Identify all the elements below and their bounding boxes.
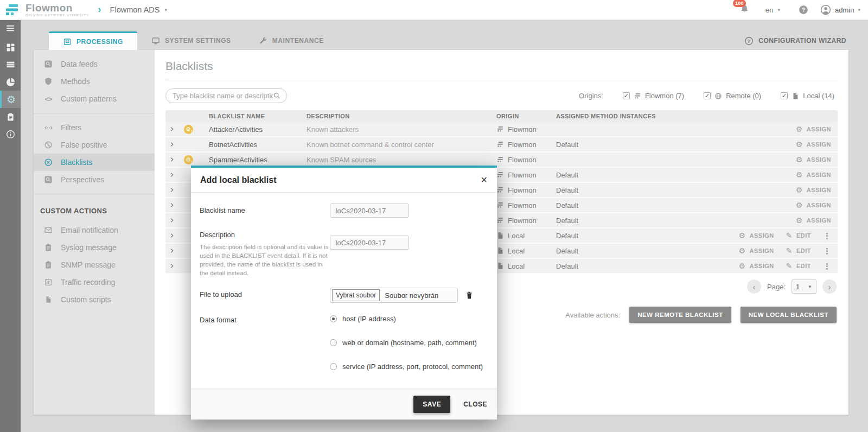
sidebar-info-button[interactable] [0, 125, 21, 143]
expand-chevron-icon[interactable] [165, 125, 178, 133]
sidebar-hamburger-button[interactable] [0, 20, 21, 36]
sidebar-item-label: Custom scripts [61, 295, 111, 304]
blacklist-name-cell: AttackerActivities [198, 125, 307, 134]
user-menu[interactable]: admin ▾ [820, 4, 860, 15]
expand-chevron-icon[interactable] [165, 141, 178, 148]
edit-button[interactable]: ✎EDIT [786, 232, 811, 239]
notifications-button[interactable]: 100 [740, 4, 749, 15]
assign-label: ASSIGN [807, 202, 831, 208]
sidebar-item-traffic-recording[interactable]: Traffic recording [34, 274, 155, 291]
blacklist-name-input[interactable] [330, 204, 409, 218]
modal-body: Blacklist name Description The descripti… [191, 193, 497, 383]
data-format-option-2[interactable]: service (IP address, port, protocol, com… [330, 363, 488, 371]
row-actions: ⚙ASSIGN [796, 171, 838, 179]
search-icon[interactable] [273, 92, 281, 100]
app-switcher[interactable]: Flowmon ADS ▾ [110, 5, 167, 14]
language-selector[interactable]: en ▾ [765, 6, 780, 14]
assign-button[interactable]: ⚙ASSIGN [796, 217, 831, 224]
expand-chevron-icon[interactable] [165, 186, 178, 194]
trash-icon[interactable] [465, 291, 474, 300]
checkbox-icon[interactable]: ✓ [704, 92, 711, 99]
expand-chevron-icon[interactable] [165, 217, 178, 224]
warning-gear-icon: ⚙! [184, 125, 193, 134]
tab-system-settings[interactable]: SYSTEM SETTINGS [137, 31, 245, 50]
row-menu-button[interactable]: ⋮ [823, 262, 831, 271]
choose-file-button[interactable]: Vybrat soubor [332, 289, 380, 301]
page-select[interactable]: 1 ▼ [792, 279, 816, 294]
sidebar-dashboard-button[interactable] [0, 39, 21, 56]
sidebar-item-data-feeds[interactable]: Data feeds [34, 55, 155, 73]
assign-button[interactable]: ⚙ASSIGN [738, 232, 774, 239]
tab-processing[interactable]: PROCESSING [49, 31, 137, 50]
help-icon[interactable]: ? [799, 5, 808, 15]
search-input[interactable] [173, 92, 273, 100]
tab-label: PROCESSING [76, 38, 123, 46]
expand-chevron-icon[interactable] [165, 201, 178, 209]
row-menu-button[interactable]: ⋮ [823, 231, 831, 240]
assign-button[interactable]: ⚙ASSIGN [796, 156, 831, 163]
sidebar-item-false-positive[interactable]: False positive [34, 136, 155, 154]
assign-button[interactable]: ⚙ASSIGN [738, 247, 774, 255]
sidebar-gear-button[interactable]: ⚙ [0, 91, 21, 108]
radio-icon[interactable] [330, 339, 337, 346]
edit-button[interactable]: ✎EDIT [786, 262, 811, 270]
origin-filter-flowmon[interactable]: ✓Flowmon (7) [623, 92, 684, 100]
new-remote-blacklist-button[interactable]: NEW REMOTE BLACKLIST [629, 307, 731, 323]
expand-chevron-icon[interactable] [165, 156, 178, 163]
edit-label: EDIT [796, 247, 811, 254]
brand[interactable]: Flowmon Driving Network Visibility [5, 3, 89, 17]
sidebar-item-snmp-message[interactable]: SNMP message [34, 256, 155, 274]
sidebar-item-blacklists[interactable]: Blacklists [34, 154, 155, 171]
origin-text: Flowmon [508, 125, 537, 134]
data-format-option-1[interactable]: web or domain (hostname, path, comment) [330, 339, 488, 347]
configuration-wizard-button[interactable]: ? CONFIGURATION WIZARD [744, 31, 848, 50]
origin-cell: Flowmon [496, 156, 556, 164]
assign-button[interactable]: ⚙ASSIGN [796, 171, 831, 179]
checkbox-icon[interactable]: ✓ [781, 92, 788, 99]
expand-chevron-icon[interactable] [165, 171, 178, 179]
file-input[interactable]: Vybrat soubor Soubor nevybrán [330, 288, 458, 303]
pencil-icon: ✎ [786, 247, 793, 255]
tab-maintenance[interactable]: MAINTENANCE [245, 31, 338, 50]
sidebar-item-custom-scripts[interactable]: Custom scripts [34, 291, 155, 308]
close-icon[interactable]: ✕ [481, 175, 488, 185]
sidebar-item-label: Blacklists [61, 158, 92, 167]
assign-button[interactable]: ⚙ASSIGN [796, 201, 831, 209]
sidebar-item-custom-patterns[interactable]: <>Custom patterns [34, 90, 155, 107]
configuration-wizard-label: CONFIGURATION WIZARD [758, 37, 846, 45]
checkbox-icon[interactable]: ✓ [623, 92, 630, 99]
description-input[interactable] [330, 236, 409, 250]
data-format-option-0[interactable]: host (IP address) [330, 315, 488, 323]
radio-icon[interactable] [330, 315, 337, 322]
divider [34, 194, 155, 194]
assign-button[interactable]: ⚙ASSIGN [796, 186, 831, 194]
close-button[interactable]: CLOSE [463, 401, 487, 408]
save-button[interactable]: SAVE [413, 396, 450, 413]
sidebar-item-filters[interactable]: Filters [34, 119, 155, 136]
sidebar-item-methods[interactable]: Methods [34, 73, 155, 90]
sidebar-item-syslog-message[interactable]: Syslog message [34, 239, 155, 256]
assign-button[interactable]: ⚙ASSIGN [796, 125, 831, 133]
flowmon-mark-icon [496, 156, 504, 163]
sidebar-item-email-notification[interactable]: Email notification [34, 221, 155, 239]
origin-cell: Local [496, 247, 556, 255]
edit-button[interactable]: ✎EDIT [786, 247, 811, 255]
origin-filter-local[interactable]: ✓Local (14) [781, 92, 834, 100]
expand-chevron-icon[interactable] [165, 232, 178, 239]
radio-icon[interactable] [330, 363, 337, 370]
next-page-button[interactable]: › [822, 279, 837, 294]
new-local-blacklist-button[interactable]: NEW LOCAL BLACKLIST [741, 307, 837, 323]
assign-button[interactable]: ⚙ASSIGN [738, 262, 774, 270]
prev-page-button[interactable]: ‹ [747, 279, 761, 294]
origin-filter-remote[interactable]: ✓Remote (0) [704, 92, 761, 100]
sidebar-pie-button[interactable] [0, 73, 21, 91]
sidebar-item-label: Filters [61, 123, 81, 132]
assign-button[interactable]: ⚙ASSIGN [796, 141, 831, 148]
expand-chevron-icon[interactable] [165, 262, 178, 270]
sidebar-clipboard-button[interactable] [0, 108, 21, 125]
row-menu-button[interactable]: ⋮ [823, 246, 831, 256]
sidebar-item-perspectives[interactable]: Perspectives [34, 171, 155, 188]
logo-subtitle: Driving Network Visibility [25, 14, 89, 17]
sidebar-rows-button[interactable] [0, 56, 21, 73]
expand-chevron-icon[interactable] [165, 247, 178, 255]
